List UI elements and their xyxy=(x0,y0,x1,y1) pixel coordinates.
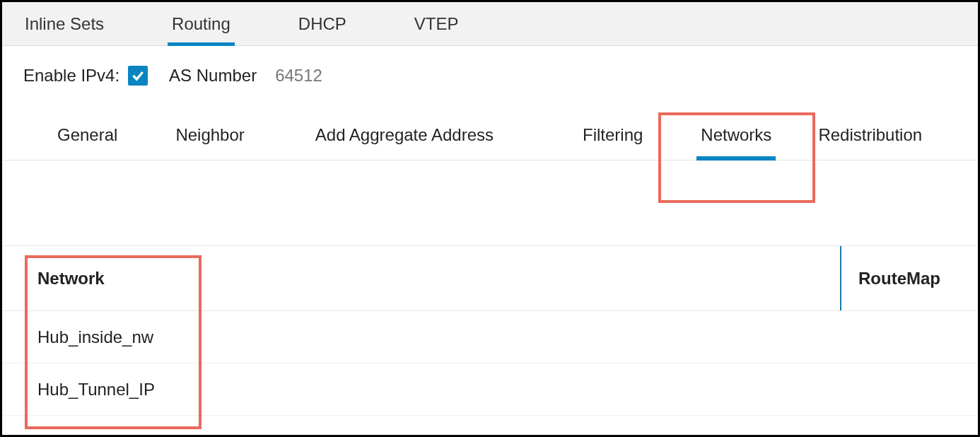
column-header-network[interactable]: Network xyxy=(2,246,840,310)
subtab-neighbor[interactable]: Neighbor xyxy=(163,114,257,156)
subtab-label: General xyxy=(57,125,117,145)
subtab-label: Add Aggregate Address xyxy=(315,125,494,145)
tab-routing[interactable]: Routing xyxy=(159,2,243,46)
top-tab-bar: Inline Sets Routing DHCP VTEP xyxy=(2,2,978,46)
subtab-label: Neighbor xyxy=(175,125,244,145)
tab-dhcp[interactable]: DHCP xyxy=(286,2,359,46)
subtab-redistribution[interactable]: Redistribution xyxy=(805,114,935,156)
subtab-add-aggregate-address[interactable]: Add Aggregate Address xyxy=(303,114,506,156)
check-icon xyxy=(131,69,145,83)
subtab-label: Filtering xyxy=(583,125,643,145)
tab-label: Routing xyxy=(172,14,231,34)
networks-table: Network RouteMap Hub_inside_nw Hub_Tunne… xyxy=(2,245,978,416)
table-row[interactable]: Hub_Tunnel_IP xyxy=(2,363,978,416)
subtab-filtering[interactable]: Filtering xyxy=(570,114,655,156)
tab-label: VTEP xyxy=(414,14,459,34)
table-header-row: Network RouteMap xyxy=(2,246,978,311)
table-row[interactable]: Hub_inside_nw xyxy=(2,311,978,363)
enable-ipv4-row: Enable IPv4: AS Number 64512 xyxy=(2,46,978,93)
column-header-routemap[interactable]: RouteMap xyxy=(840,246,978,310)
tab-vtep[interactable]: VTEP xyxy=(402,2,472,46)
as-number-value: 64512 xyxy=(275,66,322,86)
subtab-label: Networks xyxy=(701,125,771,145)
column-header-label: Network xyxy=(37,269,105,289)
subtab-networks[interactable]: Networks xyxy=(688,114,784,156)
enable-ipv4-checkbox[interactable] xyxy=(128,66,148,86)
cell-network: Hub_Tunnel_IP xyxy=(2,380,840,400)
cell-network: Hub_inside_nw xyxy=(2,327,840,347)
enable-ipv4-label: Enable IPv4: xyxy=(23,66,119,86)
tab-label: DHCP xyxy=(298,14,346,34)
tab-label: Inline Sets xyxy=(25,14,104,34)
subtab-general[interactable]: General xyxy=(45,114,130,156)
column-header-label: RouteMap xyxy=(858,269,940,289)
tab-inline-sets[interactable]: Inline Sets xyxy=(12,2,117,46)
as-number-label: AS Number xyxy=(169,66,257,86)
sub-tab-bar: General Neighbor Add Aggregate Address F… xyxy=(2,110,978,161)
subtab-label: Redistribution xyxy=(818,125,922,145)
